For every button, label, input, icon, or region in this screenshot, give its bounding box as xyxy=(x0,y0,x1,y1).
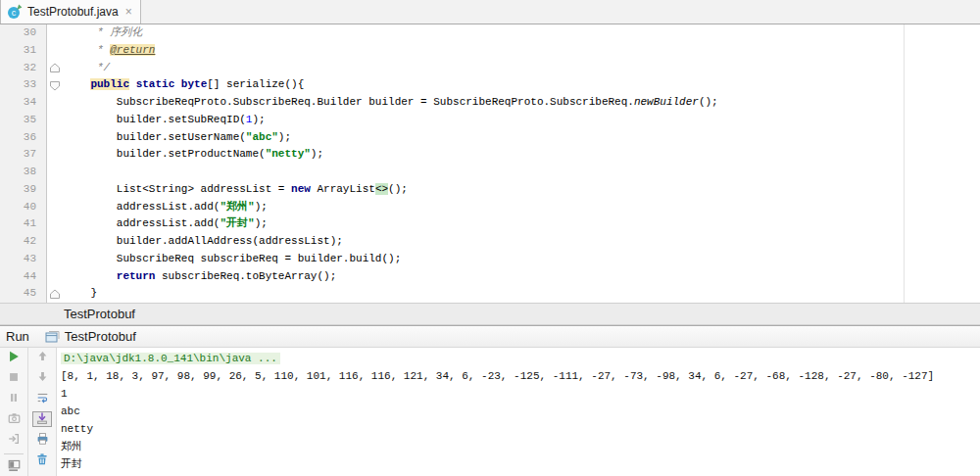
tab-title: TestProtobuf.java xyxy=(27,5,119,19)
run-console-panel: D:\java\jdk1.8.0_141\bin\java ...[8, 1, … xyxy=(0,348,980,476)
code-line: * @return xyxy=(65,42,980,60)
line-number: 31 xyxy=(0,42,46,60)
console-output-line: 郑州 xyxy=(61,438,980,455)
line-number: 41 xyxy=(0,215,46,233)
code-line: return subscribeReq.toByteArray(); xyxy=(65,268,980,286)
run-window-label: Run xyxy=(0,329,37,344)
run-config-title: TestProtobuf xyxy=(64,307,135,321)
down-stack-trace-button[interactable] xyxy=(32,370,52,386)
code-line: SubscribeReq subscribeReq = builder.buil… xyxy=(65,251,980,268)
console-output-line: 开封 xyxy=(61,455,980,473)
code-line: builder.setUserName("abc"); xyxy=(65,129,980,147)
line-number: 32 xyxy=(0,60,46,77)
fold-marker-down-icon[interactable] xyxy=(49,80,61,94)
editor-tab-testprotobuf[interactable]: c TestProtobuf.java × xyxy=(0,0,141,24)
code-area[interactable]: * 序列化 * @return */ public static byte[] … xyxy=(63,24,980,303)
code-line xyxy=(65,164,980,181)
run-toolbar-primary xyxy=(0,348,28,476)
code-line: */ xyxy=(65,60,980,77)
console-command-line: D:\java\jdk1.8.0_141\bin\java ... xyxy=(61,350,980,367)
line-number: 37 xyxy=(0,146,46,164)
thread-dump-icon xyxy=(7,411,22,428)
line-number: 30 xyxy=(0,24,46,42)
fold-column xyxy=(47,24,63,303)
line-number: 34 xyxy=(0,94,46,112)
code-line: public static byte[] serialize(){ xyxy=(65,76,980,94)
clear-all-icon xyxy=(35,452,49,469)
run-config-bar: TestProtobuf xyxy=(0,304,980,325)
up-stack-trace-button[interactable] xyxy=(32,350,52,365)
fold-marker-up-icon[interactable] xyxy=(49,289,61,303)
print-button[interactable] xyxy=(32,432,52,448)
console-output-line: abc xyxy=(61,403,980,420)
java-class-icon: c xyxy=(7,4,23,20)
console-output-line: netty xyxy=(61,420,980,438)
close-icon[interactable]: × xyxy=(125,6,132,18)
code-line: * 序列化 xyxy=(65,24,980,42)
line-number: 39 xyxy=(0,181,46,199)
up-stack-trace-icon xyxy=(36,350,49,365)
code-line: } xyxy=(65,285,980,303)
exit-icon xyxy=(7,432,21,449)
right-margin-guide xyxy=(904,24,905,303)
run-tab-testprotobuf[interactable]: TestProtobuf xyxy=(37,326,144,347)
editor-gutter[interactable]: 30313233343536373839404142434445 xyxy=(0,24,47,303)
run-tab-title: TestProtobuf xyxy=(65,329,136,344)
stop-button[interactable] xyxy=(4,370,24,386)
clear-all-button[interactable] xyxy=(32,452,52,468)
down-stack-trace-icon xyxy=(36,370,49,386)
code-line: builder.setProductName("netty"); xyxy=(65,146,980,164)
fold-marker-up-icon[interactable] xyxy=(49,63,61,76)
pause-output-button[interactable] xyxy=(4,391,24,406)
line-number: 45 xyxy=(0,285,46,303)
restore-layout-icon xyxy=(7,458,22,475)
ide-window: c TestProtobuf.java × 303132333435363738… xyxy=(0,0,980,476)
code-line: SubscribeReqProto.SubscribeReq.Builder b… xyxy=(65,94,980,112)
console-output-line: [8, 1, 18, 3, 97, 98, 99, 26, 5, 110, 10… xyxy=(61,367,980,385)
line-number: 40 xyxy=(0,199,46,216)
run-tool-window-header: Run TestProtobuf xyxy=(0,325,980,348)
rerun-button[interactable] xyxy=(4,350,24,365)
console-tab-icon xyxy=(45,330,60,344)
thread-dump-button[interactable] xyxy=(4,411,24,427)
code-line: builder.addAllAddress(addressList); xyxy=(65,233,980,251)
line-number: 38 xyxy=(0,164,46,181)
code-line: builder.setSubReqID(1); xyxy=(65,112,980,129)
console-output[interactable]: D:\java\jdk1.8.0_141\bin\java ...[8, 1, … xyxy=(57,348,980,476)
console-output-line: 1 xyxy=(61,385,980,403)
line-number: 43 xyxy=(0,251,46,268)
line-number: 44 xyxy=(0,268,46,286)
print-icon xyxy=(35,432,50,449)
scroll-to-end-icon xyxy=(35,411,49,428)
svg-text:c: c xyxy=(12,8,17,18)
line-number: 36 xyxy=(0,129,46,147)
line-number: 35 xyxy=(0,112,46,129)
soft-wrap-button[interactable] xyxy=(32,391,52,406)
scroll-to-end-button[interactable] xyxy=(32,411,52,427)
line-number: 33 xyxy=(0,76,46,94)
stop-icon xyxy=(7,370,21,387)
code-line: addressList.add("开封"); xyxy=(65,215,980,233)
rerun-icon xyxy=(7,350,21,366)
editor-tab-bar: c TestProtobuf.java × xyxy=(0,0,980,24)
run-toolbar-secondary xyxy=(28,348,57,476)
code-line: List<String> addressList = new ArrayList… xyxy=(65,181,980,199)
exit-button[interactable] xyxy=(4,432,24,448)
restore-layout-button[interactable] xyxy=(4,453,24,474)
code-line: addressList.add("郑州"); xyxy=(65,199,980,216)
line-number: 42 xyxy=(0,233,46,251)
pause-output-icon xyxy=(7,391,21,407)
code-editor[interactable]: 30313233343536373839404142434445 * 序列化 *… xyxy=(0,24,980,304)
soft-wrap-icon xyxy=(35,391,50,407)
